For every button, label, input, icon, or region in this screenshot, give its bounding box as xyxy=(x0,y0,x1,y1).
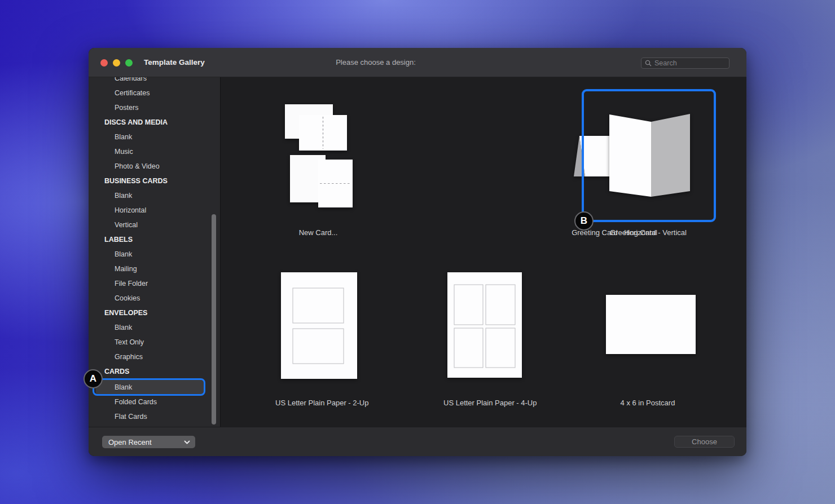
annotation-box-a xyxy=(93,378,205,396)
search-input[interactable]: Search xyxy=(641,58,729,69)
annotation-box-b xyxy=(582,89,716,222)
template-label: Greeting Card - Vertical xyxy=(586,228,711,237)
open-recent-dropdown[interactable]: Open Recent xyxy=(102,436,195,448)
chevron-down-icon xyxy=(184,440,190,444)
footer-bar: Open Recent Choose xyxy=(89,427,746,456)
zoom-button[interactable] xyxy=(125,59,133,67)
sidebar-item-calendars[interactable]: Calendars xyxy=(89,77,220,86)
annotation-badge-b: B xyxy=(574,211,594,231)
sidebar-scrollbar[interactable] xyxy=(212,214,216,425)
page-4up-thumbnail xyxy=(443,269,524,382)
template-label: US Letter Plain Paper - 2-Up xyxy=(275,399,361,407)
sidebar-item-mailing[interactable]: Mailing xyxy=(89,262,220,276)
new-card-thumbnail xyxy=(275,99,361,211)
sidebar-item-music[interactable]: Music xyxy=(89,144,220,159)
template-label: 4 x 6 in Postcard xyxy=(597,399,698,407)
template-us-letter-4up[interactable]: US Letter Plain Paper - 4-Up xyxy=(443,269,524,410)
sidebar-header-envelopes: ENVELOPES xyxy=(89,306,220,320)
sidebar-item-business-blank[interactable]: Blank xyxy=(89,188,220,203)
sidebar-item-labels-blank[interactable]: Blank xyxy=(89,247,220,262)
traffic-lights xyxy=(100,48,133,77)
sidebar-item-certificates[interactable]: Certificates xyxy=(89,86,220,100)
sidebar-item-folded-cards[interactable]: Folded Cards xyxy=(89,395,220,409)
template-postcard[interactable]: 4 x 6 in Postcard xyxy=(597,269,698,410)
template-label: US Letter Plain Paper - 4-Up xyxy=(443,399,524,407)
sidebar-header-labels: LABELS xyxy=(89,232,220,247)
template-label: New Card... xyxy=(275,228,361,237)
page-2up-thumbnail xyxy=(275,269,361,382)
choose-button[interactable]: Choose xyxy=(674,436,735,448)
sidebar: Calendars Certificates Posters DISCS AND… xyxy=(89,77,220,427)
sidebar-item-text-only[interactable]: Text Only xyxy=(89,335,220,350)
sidebar-item-photo-video[interactable]: Photo & Video xyxy=(89,159,220,174)
open-recent-label: Open Recent xyxy=(108,438,152,446)
sidebar-header-cards: CARDS xyxy=(89,364,220,379)
search-placeholder: Search xyxy=(654,59,677,67)
sidebar-item-envelopes-blank[interactable]: Blank xyxy=(89,320,220,335)
search-icon xyxy=(645,60,652,67)
minimize-button[interactable] xyxy=(113,59,120,67)
sidebar-item-discs-blank[interactable]: Blank xyxy=(89,130,220,144)
sidebar-item-horizontal[interactable]: Horizontal xyxy=(89,203,220,218)
sidebar-item-posters[interactable]: Posters xyxy=(89,100,220,115)
sidebar-item-flat-cards[interactable]: Flat Cards xyxy=(89,409,220,424)
sidebar-header-business-cards: BUSINESS CARDS xyxy=(89,174,220,188)
annotation-badge-a: A xyxy=(84,369,103,388)
sidebar-header-discs-and-media: DISCS AND MEDIA xyxy=(89,115,220,130)
sidebar-item-vertical[interactable]: Vertical xyxy=(89,218,220,232)
close-button[interactable] xyxy=(100,59,108,67)
desktop-background: Template Gallery Please choose a design:… xyxy=(0,0,835,504)
postcard-thumbnail xyxy=(597,269,698,382)
prompt-text: Please choose a design: xyxy=(336,48,416,77)
template-us-letter-2up[interactable]: US Letter Plain Paper - 2-Up xyxy=(275,269,361,410)
titlebar[interactable]: Template Gallery Please choose a design:… xyxy=(89,48,746,77)
window-title: Template Gallery xyxy=(144,48,205,77)
sidebar-item-file-folder[interactable]: File Folder xyxy=(89,276,220,291)
sidebar-item-graphics[interactable]: Graphics xyxy=(89,350,220,364)
sidebar-item-cookies[interactable]: Cookies xyxy=(89,291,220,306)
template-new-card[interactable]: New Card... xyxy=(275,99,361,240)
